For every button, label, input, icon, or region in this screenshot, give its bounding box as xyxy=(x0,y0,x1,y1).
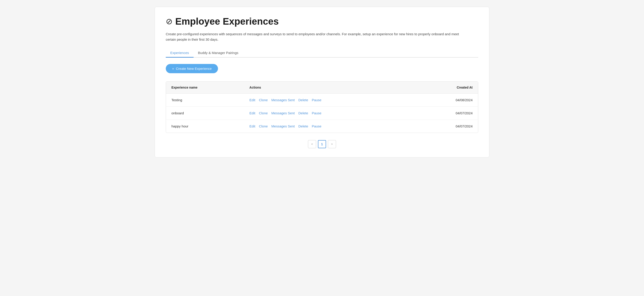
plus-icon: + xyxy=(172,67,174,70)
page-container: ⊘ Employee Experiences Create pre-config… xyxy=(155,7,489,157)
pause-button-2[interactable]: Pause xyxy=(312,124,322,128)
edit-button-0[interactable]: Edit xyxy=(250,98,255,102)
tab-buddy-manager[interactable]: Buddy & Manager Pairings xyxy=(194,48,243,58)
created-at-0: 04/08/2024 xyxy=(419,93,478,107)
edit-button-2[interactable]: Edit xyxy=(250,124,255,128)
experiences-table-container: Experience name Actions Created At Testi… xyxy=(166,81,478,133)
chevron-right-icon: > xyxy=(331,143,333,146)
messages-sent-button-1[interactable]: Messages Sent xyxy=(271,111,295,115)
actions-cell: Edit Clone Messages Sent Delete Pause xyxy=(244,107,419,120)
created-at-1: 04/07/2024 xyxy=(419,107,478,120)
pause-button-0[interactable]: Pause xyxy=(312,98,322,102)
edit-button-1[interactable]: Edit xyxy=(250,111,255,115)
experience-name: happy hour xyxy=(166,120,244,133)
table-body: Testing Edit Clone Messages Sent Delete … xyxy=(166,93,478,133)
next-page-button[interactable]: > xyxy=(328,140,336,148)
experiences-table: Experience name Actions Created At Testi… xyxy=(166,82,478,133)
tabs-container: Experiences Buddy & Manager Pairings xyxy=(166,48,478,58)
messages-sent-button-0[interactable]: Messages Sent xyxy=(271,98,295,102)
created-at-2: 04/07/2024 xyxy=(419,120,478,133)
messages-sent-button-2[interactable]: Messages Sent xyxy=(271,124,295,128)
delete-button-1[interactable]: Delete xyxy=(298,111,308,115)
page-header: ⊘ Employee Experiences xyxy=(166,16,478,27)
delete-button-0[interactable]: Delete xyxy=(298,98,308,102)
actions-cell: Edit Clone Messages Sent Delete Pause xyxy=(244,93,419,107)
prev-page-button[interactable]: < xyxy=(308,140,316,148)
create-button-label: Create New Experience xyxy=(176,67,212,70)
clone-button-1[interactable]: Clone xyxy=(259,111,268,115)
table-header: Experience name Actions Created At xyxy=(166,82,478,93)
experience-name: Testing xyxy=(166,93,244,107)
page-description: Create pre-configured experiences with s… xyxy=(166,31,460,42)
table-row: onboard Edit Clone Messages Sent Delete … xyxy=(166,107,478,120)
delete-button-2[interactable]: Delete xyxy=(298,124,308,128)
chevron-left-icon: < xyxy=(311,143,313,146)
page-title: Employee Experiences xyxy=(175,16,279,27)
table-row: Testing Edit Clone Messages Sent Delete … xyxy=(166,93,478,107)
compass-icon: ⊘ xyxy=(166,17,172,25)
table-header-row: Experience name Actions Created At xyxy=(166,82,478,93)
tab-experiences[interactable]: Experiences xyxy=(166,48,194,58)
pagination: < 1 > xyxy=(166,140,478,148)
actions-cell: Edit Clone Messages Sent Delete Pause xyxy=(244,120,419,133)
clone-button-2[interactable]: Clone xyxy=(259,124,268,128)
col-header-created-at: Created At xyxy=(419,82,478,93)
col-header-actions: Actions xyxy=(244,82,419,93)
pause-button-1[interactable]: Pause xyxy=(312,111,322,115)
col-header-name: Experience name xyxy=(166,82,244,93)
experience-name: onboard xyxy=(166,107,244,120)
page-1-button[interactable]: 1 xyxy=(318,140,326,148)
table-row: happy hour Edit Clone Messages Sent Dele… xyxy=(166,120,478,133)
create-new-experience-button[interactable]: + Create New Experience xyxy=(166,64,218,73)
clone-button-0[interactable]: Clone xyxy=(259,98,268,102)
